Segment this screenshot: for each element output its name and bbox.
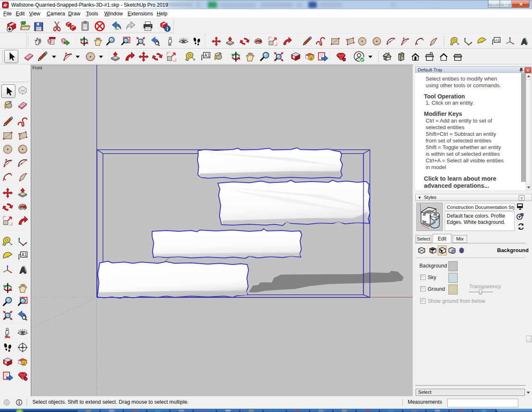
svg-text:Front: Front (32, 66, 42, 70)
